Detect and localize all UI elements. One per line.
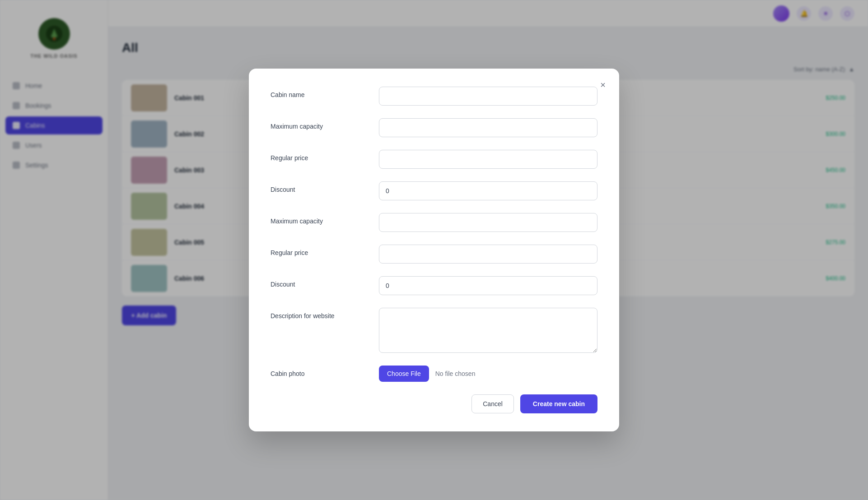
- regular-price-label-2: Regular price: [271, 245, 361, 256]
- cancel-button[interactable]: Cancel: [471, 394, 514, 413]
- cabin-photo-row: Cabin photo Choose File No file chosen: [271, 366, 597, 382]
- regular-price-input-2[interactable]: [379, 245, 597, 264]
- description-label: Description for website: [271, 308, 361, 319]
- regular-price-row-1: Regular price: [271, 150, 597, 169]
- description-row: Description for website: [271, 308, 597, 353]
- discount-row-1: Discount: [271, 181, 597, 200]
- discount-label-1: Discount: [271, 181, 361, 193]
- file-upload-area: Choose File No file chosen: [379, 366, 597, 382]
- max-capacity-label-1: Maximum capacity: [271, 118, 361, 130]
- cabin-photo-label: Cabin photo: [271, 366, 361, 377]
- choose-file-button[interactable]: Choose File: [379, 366, 429, 382]
- discount-input-2[interactable]: [379, 276, 597, 295]
- discount-label-2: Discount: [271, 276, 361, 288]
- max-capacity-input-2[interactable]: [379, 213, 597, 232]
- modal-overlay[interactable]: × Cabin name Maximum capacity Regular pr…: [0, 0, 868, 500]
- cabin-name-label: Cabin name: [271, 87, 361, 98]
- cabin-name-row: Cabin name: [271, 87, 597, 106]
- regular-price-input-1[interactable]: [379, 150, 597, 169]
- max-capacity-input-1[interactable]: [379, 118, 597, 137]
- description-textarea[interactable]: [379, 308, 597, 353]
- regular-price-row-2: Regular price: [271, 245, 597, 264]
- cabin-name-input[interactable]: [379, 87, 597, 106]
- modal-footer: Cancel Create new cabin: [271, 394, 597, 413]
- modal-close-button[interactable]: ×: [596, 78, 610, 92]
- close-icon: ×: [600, 80, 606, 90]
- file-name-display: No file chosen: [435, 370, 476, 377]
- discount-row-2: Discount: [271, 276, 597, 295]
- create-cabin-button[interactable]: Create new cabin: [520, 394, 597, 413]
- max-capacity-row-2: Maximum capacity: [271, 213, 597, 232]
- create-cabin-modal: × Cabin name Maximum capacity Regular pr…: [249, 69, 619, 431]
- regular-price-label-1: Regular price: [271, 150, 361, 162]
- max-capacity-label-2: Maximum capacity: [271, 213, 361, 225]
- discount-input-1[interactable]: [379, 181, 597, 200]
- max-capacity-row-1: Maximum capacity: [271, 118, 597, 137]
